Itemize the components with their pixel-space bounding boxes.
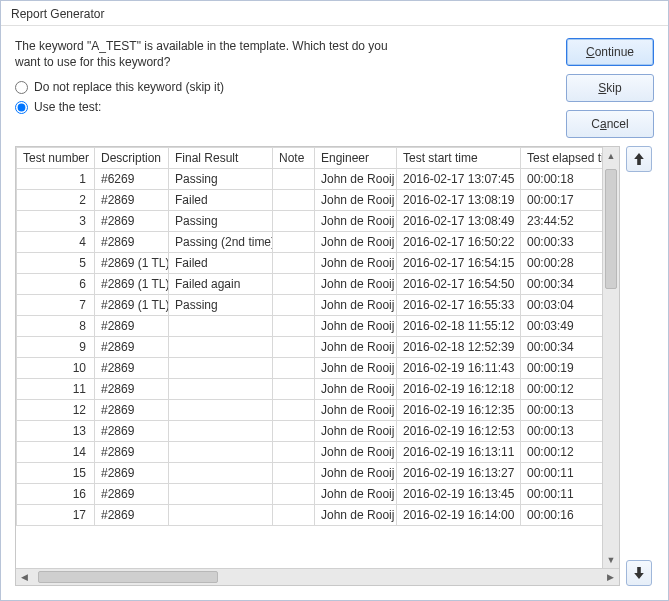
- cell-start-time: 2016-02-17 16:50:22: [397, 232, 521, 253]
- table-viewport[interactable]: Test number Description Final Result Not…: [16, 147, 602, 568]
- prompt-area: The keyword "A_TEST" is available in the…: [15, 38, 556, 120]
- cell-final-result: Passing: [169, 211, 273, 232]
- cell-elapsed-time: 00:00:11: [521, 463, 603, 484]
- table-row[interactable]: 4#2869Passing (2nd time)John de Rooij201…: [17, 232, 603, 253]
- cell-start-time: 2016-02-19 16:13:11: [397, 442, 521, 463]
- radio-skip-input[interactable]: [15, 81, 28, 94]
- cell-test-number: 7: [17, 295, 95, 316]
- skip-button[interactable]: Skip: [566, 74, 654, 102]
- cell-description: #2869: [95, 211, 169, 232]
- cell-test-number: 11: [17, 379, 95, 400]
- table-row[interactable]: 10#2869John de Rooij2016-02-19 16:11:430…: [17, 358, 603, 379]
- scroll-right-arrow-icon[interactable]: ▶: [602, 569, 619, 585]
- cell-test-number: 14: [17, 442, 95, 463]
- cell-start-time: 2016-02-17 16:54:15: [397, 253, 521, 274]
- cell-elapsed-time: 00:03:04: [521, 295, 603, 316]
- table-row[interactable]: 2#2869FailedJohn de Rooij2016-02-17 13:0…: [17, 190, 603, 211]
- cell-engineer: John de Rooij: [315, 274, 397, 295]
- cell-start-time: 2016-02-17 13:08:19: [397, 190, 521, 211]
- table-row[interactable]: 16#2869John de Rooij2016-02-19 16:13:450…: [17, 484, 603, 505]
- cell-final-result: Passing (2nd time): [169, 232, 273, 253]
- table-row[interactable]: 7#2869 (1 TL)PassingJohn de Rooij2016-02…: [17, 295, 603, 316]
- radio-skip-label: Do not replace this keyword (skip it): [34, 80, 224, 94]
- cell-engineer: John de Rooij: [315, 484, 397, 505]
- cancel-button[interactable]: Cancel: [566, 110, 654, 138]
- cell-elapsed-time: 00:00:28: [521, 253, 603, 274]
- table-row[interactable]: 8#2869John de Rooij2016-02-18 11:55:1200…: [17, 316, 603, 337]
- col-description[interactable]: Description: [95, 148, 169, 169]
- cell-final-result: [169, 463, 273, 484]
- cell-elapsed-time: 00:00:19: [521, 358, 603, 379]
- button-column: Continue Skip Cancel: [566, 38, 654, 138]
- cell-elapsed-time: 00:00:13: [521, 400, 603, 421]
- cell-start-time: 2016-02-19 16:12:18: [397, 379, 521, 400]
- radio-use-test[interactable]: Use the test:: [15, 100, 556, 114]
- vscroll-thumb[interactable]: [605, 169, 617, 289]
- col-test-number[interactable]: Test number: [17, 148, 95, 169]
- table-row[interactable]: 11#2869John de Rooij2016-02-19 16:12:180…: [17, 379, 603, 400]
- cell-description: #2869: [95, 400, 169, 421]
- col-final-result[interactable]: Final Result: [169, 148, 273, 169]
- table-row[interactable]: 14#2869John de Rooij2016-02-19 16:13:110…: [17, 442, 603, 463]
- radio-use-input[interactable]: [15, 101, 28, 114]
- table-row[interactable]: 13#2869John de Rooij2016-02-19 16:12:530…: [17, 421, 603, 442]
- table-row[interactable]: 12#2869John de Rooij2016-02-19 16:12:350…: [17, 400, 603, 421]
- arrow-up-icon: [633, 153, 645, 165]
- table-row[interactable]: 6#2869 (1 TL)Failed againJohn de Rooij20…: [17, 274, 603, 295]
- cell-test-number: 16: [17, 484, 95, 505]
- cell-start-time: 2016-02-17 13:08:49: [397, 211, 521, 232]
- cell-start-time: 2016-02-17 13:07:45: [397, 169, 521, 190]
- cell-engineer: John de Rooij: [315, 337, 397, 358]
- table-row[interactable]: 15#2869John de Rooij2016-02-19 16:13:270…: [17, 463, 603, 484]
- cell-test-number: 3: [17, 211, 95, 232]
- cell-elapsed-time: 00:00:11: [521, 484, 603, 505]
- cell-description: #2869: [95, 442, 169, 463]
- cell-elapsed-time: 00:03:49: [521, 316, 603, 337]
- scroll-down-arrow-icon[interactable]: ▼: [603, 551, 619, 568]
- cell-description: #2869: [95, 505, 169, 526]
- col-elapsed-time[interactable]: Test elapsed time: [521, 148, 603, 169]
- cell-description: #2869: [95, 463, 169, 484]
- table-row[interactable]: 1#6269PassingJohn de Rooij2016-02-17 13:…: [17, 169, 603, 190]
- cell-description: #6269: [95, 169, 169, 190]
- scroll-left-arrow-icon[interactable]: ◀: [16, 569, 33, 585]
- cell-elapsed-time: 00:00:33: [521, 232, 603, 253]
- col-note[interactable]: Note: [273, 148, 315, 169]
- cell-note: [273, 505, 315, 526]
- vertical-scrollbar[interactable]: ▲ ▼: [602, 147, 619, 568]
- radio-skip-keyword[interactable]: Do not replace this keyword (skip it): [15, 80, 556, 94]
- col-engineer[interactable]: Engineer: [315, 148, 397, 169]
- cell-note: [273, 253, 315, 274]
- table-row[interactable]: 3#2869PassingJohn de Rooij2016-02-17 13:…: [17, 211, 603, 232]
- table-row[interactable]: 9#2869John de Rooij2016-02-18 12:52:3900…: [17, 337, 603, 358]
- table-row[interactable]: 17#2869John de Rooij2016-02-19 16:14:000…: [17, 505, 603, 526]
- cell-start-time: 2016-02-17 16:54:50: [397, 274, 521, 295]
- cell-test-number: 2: [17, 190, 95, 211]
- cell-note: [273, 232, 315, 253]
- scroll-up-arrow-icon[interactable]: ▲: [603, 147, 619, 164]
- cell-final-result: Failed: [169, 253, 273, 274]
- table-area: Test number Description Final Result Not…: [15, 146, 654, 586]
- cell-test-number: 10: [17, 358, 95, 379]
- cell-description: #2869: [95, 316, 169, 337]
- cell-engineer: John de Rooij: [315, 169, 397, 190]
- cell-final-result: [169, 442, 273, 463]
- cell-start-time: 2016-02-19 16:11:43: [397, 358, 521, 379]
- continue-button[interactable]: Continue: [566, 38, 654, 66]
- cell-final-result: [169, 484, 273, 505]
- cell-final-result: [169, 421, 273, 442]
- table-row[interactable]: 5#2869 (1 TL)FailedJohn de Rooij2016-02-…: [17, 253, 603, 274]
- cell-description: #2869: [95, 232, 169, 253]
- cell-elapsed-time: 00:00:16: [521, 505, 603, 526]
- cell-elapsed-time: 00:00:13: [521, 421, 603, 442]
- col-start-time[interactable]: Test start time: [397, 148, 521, 169]
- cell-test-number: 9: [17, 337, 95, 358]
- move-down-button[interactable]: [626, 560, 652, 586]
- cell-test-number: 17: [17, 505, 95, 526]
- hscroll-thumb[interactable]: [38, 571, 218, 583]
- cell-start-time: 2016-02-17 16:55:33: [397, 295, 521, 316]
- move-up-button[interactable]: [626, 146, 652, 172]
- horizontal-scrollbar[interactable]: ◀ ▶: [16, 568, 619, 585]
- cell-description: #2869: [95, 421, 169, 442]
- cell-start-time: 2016-02-18 12:52:39: [397, 337, 521, 358]
